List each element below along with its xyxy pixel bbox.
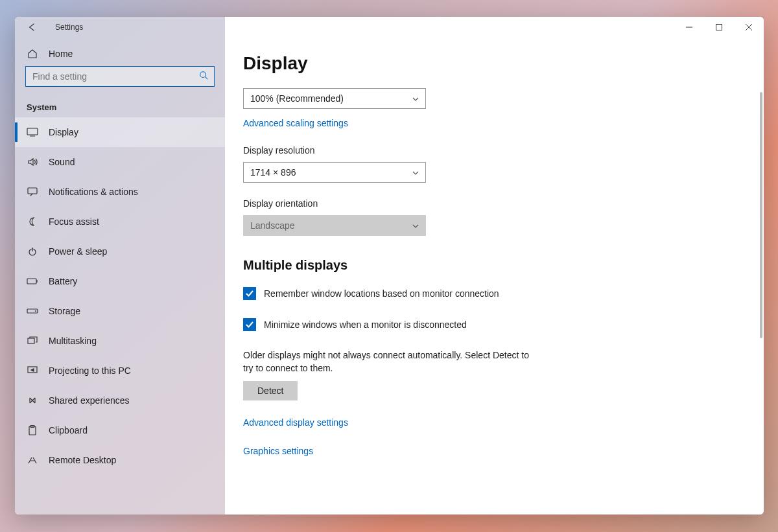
detect-button[interactable]: Detect (243, 381, 298, 400)
nav-list: Display Sound Notifications & actions Fo… (15, 117, 225, 515)
svg-rect-1 (27, 128, 38, 135)
nav-item-sound[interactable]: Sound (15, 147, 225, 177)
remember-locations-row: Remember window locations based on monit… (243, 287, 746, 300)
sound-icon (27, 156, 38, 168)
notifications-icon (27, 186, 38, 198)
back-button[interactable] (27, 22, 37, 32)
projecting-icon (27, 365, 38, 376)
storage-icon (27, 305, 38, 317)
chevron-down-icon (412, 221, 419, 230)
nav-item-projecting[interactable]: Projecting to this PC (15, 356, 225, 386)
nav-item-battery[interactable]: Battery (15, 266, 225, 296)
nav-item-notifications[interactable]: Notifications & actions (15, 177, 225, 207)
minimize-disconnected-label: Minimize windows when a monitor is disco… (264, 319, 467, 330)
minimize-disconnected-checkbox[interactable] (243, 318, 256, 331)
detect-help-text: Older displays might not always connect … (243, 349, 535, 375)
window-title: Settings (55, 23, 83, 32)
search-wrap (15, 66, 225, 87)
nav-item-label: Battery (49, 276, 77, 286)
svg-rect-4 (27, 279, 36, 284)
nav-section-label: System (15, 87, 225, 117)
nav-item-focus-assist[interactable]: Focus assist (15, 207, 225, 237)
nav-item-multitasking[interactable]: Multitasking (15, 326, 225, 356)
nav-item-power-sleep[interactable]: Power & sleep (15, 237, 225, 266)
caption-buttons (225, 17, 764, 38)
settings-window: Settings Home System Display (15, 17, 764, 515)
close-button[interactable] (734, 17, 764, 38)
advanced-scaling-link[interactable]: Advanced scaling settings (243, 118, 348, 128)
nav-item-label: Clipboard (49, 425, 88, 435)
nav-item-label: Multitasking (49, 336, 97, 346)
main-panel: Display 100% (Recommended) Advanced scal… (225, 17, 764, 515)
nav-home-label: Home (49, 49, 73, 59)
orientation-label: Display orientation (243, 198, 746, 209)
nav-item-label: Remote Desktop (49, 455, 116, 465)
minimize-button[interactable] (674, 17, 704, 38)
nav-item-shared-experiences[interactable]: Shared experiences (15, 386, 225, 415)
power-icon (27, 246, 38, 257)
maximize-button[interactable] (704, 17, 734, 38)
nav-item-label: Shared experiences (49, 395, 130, 406)
multiple-displays-heading: Multiple displays (243, 258, 746, 273)
orientation-dropdown: Landscape (243, 215, 426, 236)
resolution-dropdown[interactable]: 1714 × 896 (243, 162, 426, 183)
svg-point-6 (36, 311, 36, 312)
nav-item-storage[interactable]: Storage (15, 296, 225, 326)
clipboard-icon (27, 424, 38, 436)
nav-item-display[interactable]: Display (15, 117, 225, 147)
battery-icon (27, 275, 38, 287)
remember-locations-checkbox[interactable] (243, 287, 256, 300)
search-input[interactable] (25, 66, 215, 87)
nav-item-remote-desktop[interactable]: Remote Desktop (15, 445, 225, 475)
multitasking-icon (27, 335, 38, 347)
page-title: Display (243, 53, 746, 74)
nav-home[interactable]: Home (15, 38, 225, 66)
nav-item-label: Sound (49, 157, 75, 167)
nav-item-label: Display (49, 127, 78, 137)
orientation-value: Landscape (250, 220, 295, 231)
display-icon (27, 126, 38, 138)
resolution-value: 1714 × 896 (250, 167, 296, 178)
remember-locations-label: Remember window locations based on monit… (264, 288, 499, 299)
shared-experiences-icon (27, 395, 38, 406)
graphics-settings-link[interactable]: Graphics settings (243, 446, 313, 456)
svg-rect-11 (716, 25, 722, 30)
minimize-disconnected-row: Minimize windows when a monitor is disco… (243, 318, 746, 331)
nav-item-label: Storage (49, 306, 80, 316)
scrollbar-thumb[interactable] (760, 92, 762, 338)
chevron-down-icon (412, 168, 419, 177)
focus-assist-icon (27, 216, 38, 227)
home-icon (27, 48, 38, 60)
nav-item-label: Projecting to this PC (49, 365, 131, 376)
svg-rect-7 (28, 338, 34, 343)
nav-item-label: Notifications & actions (49, 187, 138, 197)
scale-value: 100% (Recommended) (250, 93, 344, 104)
nav-item-clipboard[interactable]: Clipboard (15, 415, 225, 445)
titlebar-left: Settings (15, 17, 225, 38)
svg-rect-2 (28, 188, 37, 194)
nav-item-label: Focus assist (49, 216, 99, 227)
remote-desktop-icon (27, 454, 38, 466)
nav-item-label: Power & sleep (49, 246, 107, 257)
advanced-display-link[interactable]: Advanced display settings (243, 417, 348, 428)
scale-dropdown[interactable]: 100% (Recommended) (243, 88, 426, 109)
chevron-down-icon (412, 94, 419, 103)
content-area: Display 100% (Recommended) Advanced scal… (225, 38, 764, 515)
resolution-label: Display resolution (243, 145, 746, 156)
scrollbar[interactable] (760, 92, 762, 509)
sidebar: Settings Home System Display (15, 17, 225, 515)
